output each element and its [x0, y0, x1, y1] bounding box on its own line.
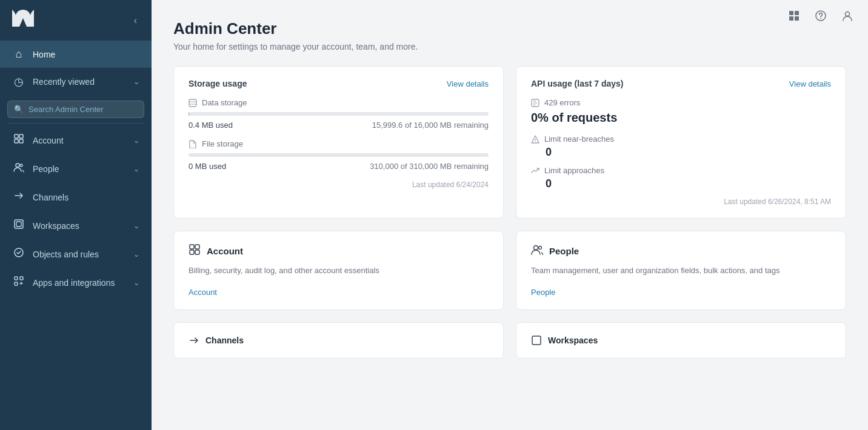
collapse-sidebar-button[interactable]: ‹: [132, 13, 139, 28]
sidebar-home-label: Home: [33, 50, 139, 59]
people-card-icon: [531, 243, 543, 256]
file-storage-icon: [189, 140, 197, 148]
api-near-breaches-row: Limit near-breaches: [531, 134, 831, 144]
sidebar-item-home[interactable]: ⌂ Home: [0, 41, 152, 68]
user-icon: [841, 10, 853, 22]
api-approaches-row: Limit approaches: [531, 166, 831, 175]
svg-rect-10: [20, 277, 23, 280]
sidebar-item-objects-rules[interactable]: Objects and rules ⌄: [0, 240, 152, 268]
svg-point-16: [816, 11, 826, 21]
api-card-title: API usage (last 7 days): [531, 79, 624, 88]
data-storage-label: Data storage: [202, 98, 247, 107]
api-last-updated: Last updated 6/26/2024, 8:51 AM: [531, 197, 831, 206]
bottom-cards-row: Channels Workspaces: [173, 322, 846, 359]
workspaces-chevron: ⌄: [133, 222, 139, 230]
main-content: Admin Center Your home for settings to m…: [152, 0, 868, 378]
api-errors-icon: [531, 99, 539, 107]
svg-rect-24: [190, 250, 194, 254]
search-input[interactable]: [28, 105, 138, 114]
stats-cards-row: Storage usage View details Data storage: [173, 66, 846, 219]
api-card: API usage (last 7 days) View details 429…: [516, 66, 846, 219]
account-feature-icon: [189, 243, 201, 259]
account-icon: [12, 133, 25, 147]
data-storage-used: 0.4 MB used: [189, 121, 233, 130]
svg-rect-6: [15, 220, 23, 228]
people-feature-card-title: People: [549, 246, 579, 256]
account-feature-card-link[interactable]: Account: [189, 288, 217, 297]
api-view-details-link[interactable]: View details: [789, 79, 831, 88]
svg-rect-11: [15, 282, 18, 285]
data-storage-stats: 0.4 MB used 15,999.6 of 16,000 MB remain…: [189, 121, 489, 130]
sidebar-item-apps-integrations[interactable]: Apps and integrations ⌄: [0, 268, 152, 297]
data-storage-label-row: Data storage: [189, 98, 489, 107]
svg-rect-14: [789, 16, 793, 21]
user-button[interactable]: [839, 7, 856, 27]
svg-point-26: [534, 246, 538, 250]
storage-card-header: Storage usage View details: [189, 79, 489, 88]
svg-point-21: [535, 141, 535, 141]
data-storage-bar-fill: [189, 112, 189, 116]
people-feature-card-link[interactable]: People: [531, 288, 555, 297]
help-icon: [815, 10, 827, 22]
sidebar-recently-viewed-label: Recently viewed: [33, 77, 126, 87]
sidebar-channels-label: Channels: [33, 193, 139, 202]
api-near-breaches-value: 0: [546, 146, 831, 159]
home-icon: ⌂: [12, 48, 25, 61]
account-card-icon: [189, 243, 201, 256]
page-subtitle: Your home for settings to manage your ac…: [173, 42, 846, 51]
account-feature-card-desc: Billing, security, audit log, and other …: [189, 265, 489, 277]
file-storage-label: File storage: [202, 139, 243, 148]
svg-rect-0: [15, 134, 18, 138]
api-errors-label: 429 errors: [544, 98, 580, 107]
clock-icon: ◷: [12, 75, 25, 88]
people-feature-card-header: People: [531, 243, 831, 259]
storage-last-updated: Last updated 6/24/2024: [189, 180, 489, 189]
file-storage-section: File storage 0 MB used 310,000 of 310,00…: [189, 139, 489, 171]
channels-icon: [12, 190, 25, 204]
help-button[interactable]: [812, 7, 829, 27]
sidebar-account-label: Account: [33, 136, 126, 145]
grid-button[interactable]: [786, 7, 803, 27]
sidebar-item-channels[interactable]: Channels: [0, 183, 152, 211]
svg-rect-28: [532, 336, 541, 345]
data-storage-bar: [189, 112, 489, 116]
sidebar-item-people[interactable]: People ⌄: [0, 154, 152, 183]
sidebar: ‹ ⌂ Home ◷ Recently viewed ⌄ 🔍 Account ⌄: [0, 0, 152, 430]
people-feature-icon: [531, 243, 543, 259]
file-storage-bar: [189, 153, 489, 157]
channels-bottom-label: Channels: [205, 336, 244, 345]
account-feature-card-title: Account: [207, 246, 243, 256]
storage-view-details-link[interactable]: View details: [447, 79, 489, 88]
apps-integrations-icon: [12, 276, 25, 289]
sidebar-logo-area: ‹: [0, 0, 152, 41]
recently-viewed-chevron: ⌄: [133, 78, 139, 86]
channels-bottom-card: Channels: [173, 322, 504, 359]
svg-point-5: [20, 164, 22, 167]
api-requests-pct: 0% of requests: [531, 111, 831, 125]
sidebar-item-workspaces[interactable]: Workspaces ⌄: [0, 211, 152, 240]
sidebar-people-label: People: [33, 164, 126, 174]
data-storage-icon: [189, 99, 197, 107]
svg-point-17: [820, 18, 821, 19]
api-errors-row: 429 errors: [531, 98, 831, 107]
file-storage-stats: 0 MB used 310,000 of 310,000 MB remainin…: [189, 162, 489, 171]
api-approaches-value: 0: [546, 177, 831, 190]
account-feature-card: Account Billing, security, audit log, an…: [173, 231, 504, 310]
svg-rect-19: [189, 99, 196, 107]
people-chevron: ⌄: [133, 165, 139, 173]
people-feature-card-desc: Team management, user and organization f…: [531, 265, 831, 277]
svg-rect-15: [795, 16, 799, 21]
api-near-breaches-label: Limit near-breaches: [544, 134, 614, 144]
topbar: [773, 0, 868, 35]
trend-icon: [531, 167, 539, 175]
account-feature-card-header: Account: [189, 243, 489, 259]
sidebar-item-account[interactable]: Account ⌄: [0, 126, 152, 154]
sidebar-apps-integrations-label: Apps and integrations: [33, 278, 126, 288]
workspaces-icon: [12, 219, 25, 233]
sidebar-item-recently-viewed[interactable]: ◷ Recently viewed ⌄: [0, 68, 152, 96]
api-approaches-label: Limit approaches: [544, 166, 604, 175]
svg-rect-7: [16, 222, 21, 227]
account-chevron: ⌄: [133, 136, 139, 145]
svg-rect-9: [15, 277, 18, 280]
objects-rules-chevron: ⌄: [133, 250, 139, 259]
